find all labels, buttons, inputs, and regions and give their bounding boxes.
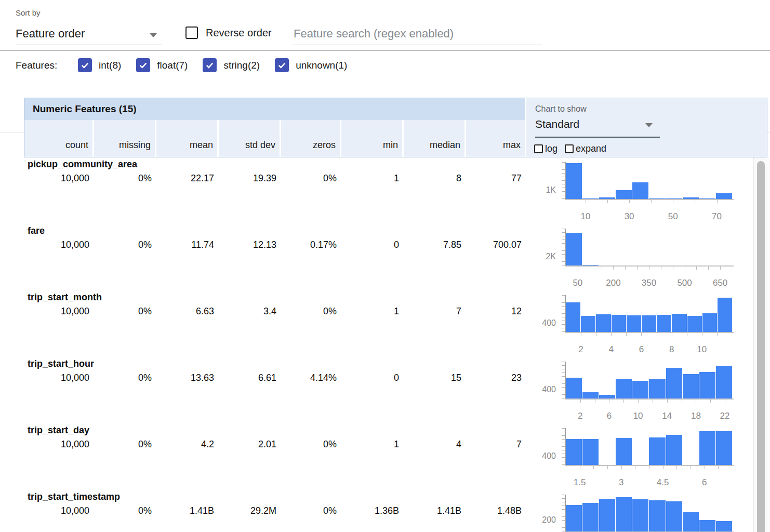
column-header-count: count (24, 120, 94, 157)
stats-line: 10,0000%6.633.40%1712 (24, 306, 526, 317)
feature-histogram: 400246810 (526, 290, 767, 357)
chart-type-value: Standard (535, 118, 579, 130)
histogram-bar (699, 431, 716, 465)
filter-label-unknown: unknown(1) (296, 60, 347, 71)
histogram-bars (566, 428, 732, 465)
feature-row-trip_start_month: trip_start_month 10,0000%6.633.40%1712 4… (24, 290, 767, 357)
x-axis-tick (590, 267, 590, 270)
reverse-order-checkbox[interactable] (185, 26, 198, 39)
histogram-bar (566, 378, 582, 398)
histogram-bar (581, 316, 596, 332)
x-axis-tick (717, 333, 718, 336)
stats-line: 10,0000%22.1719.390%1877 (24, 173, 526, 184)
x-axis-tick-label: 3 (619, 477, 623, 488)
feature-row-trip_start_hour: trip_start_hour 10,0000%13.636.614.14%01… (24, 357, 767, 423)
histogram-bar (596, 314, 611, 332)
column-header-mean: mean (156, 120, 219, 157)
histogram-bar (627, 315, 642, 332)
x-axis-tick-label: 70 (712, 211, 722, 222)
chart-type-dropdown[interactable]: Standard (535, 116, 660, 138)
stat-max: 77 (466, 173, 526, 184)
histogram-bar (632, 381, 649, 398)
expand-label: expand (576, 143, 606, 154)
filter-label-string: string(2) (223, 60, 260, 71)
sort-by-value: Feature order (16, 27, 85, 41)
filter-checkbox-float[interactable] (136, 58, 150, 72)
x-axis-tick (676, 466, 677, 469)
x-axis-tick (725, 400, 725, 403)
x-axis-tick-label: 50 (668, 211, 678, 222)
stats-line: 10,0000%4.22.010%147 (24, 439, 526, 450)
stat-std-dev: 2.01 (218, 439, 281, 450)
feature-histogram: 4002610141822 (526, 357, 767, 423)
stat-count: 10,000 (24, 506, 94, 516)
x-axis-tick-label: 200 (606, 278, 620, 288)
x-axis-tick-label: 22 (720, 411, 730, 421)
x-axis-tick-label: 50 (573, 278, 582, 288)
histogram-bar (642, 315, 657, 332)
histogram-bar (582, 392, 599, 398)
x-axis-tick (673, 200, 673, 203)
stat-missing: 0% (94, 240, 156, 250)
histogram-bar (716, 193, 732, 199)
filter-checkbox-unknown[interactable] (275, 58, 289, 72)
column-header-min: min (341, 120, 404, 157)
stat-median: 8 (403, 173, 466, 184)
histogram-bar (582, 439, 599, 465)
histogram-bar (582, 503, 599, 531)
x-axis-tick-label: 6 (702, 477, 707, 488)
histogram-bar (716, 366, 732, 398)
histogram-bar (632, 499, 649, 531)
chart-to-show-label: Chart to show (535, 104, 587, 114)
x-axis-tick-label: 650 (713, 278, 727, 288)
x-axis-tick (580, 400, 581, 403)
stat-zeros: 0% (281, 506, 341, 516)
stat-mean: 22.17 (156, 173, 218, 184)
chart-controls: Chart to show Standard log expand (528, 98, 767, 157)
filter-checkbox-int[interactable] (78, 58, 92, 72)
feature-row-trip_start_timestamp: trip_start_timestamp 10,0000%1.41B29.2M0… (24, 490, 767, 532)
histogram-bar (699, 520, 716, 531)
log-label: log (545, 143, 557, 154)
stat-median: 7.85 (403, 240, 466, 250)
feature-search-input[interactable] (293, 23, 542, 45)
column-header-row: countmissingmeanstd devzerosminmedianmax (24, 120, 526, 157)
feature-name: fare (28, 225, 45, 236)
histogram-bar (649, 500, 666, 531)
histogram-bar (612, 315, 627, 332)
x-axis-tick-label: 10 (633, 411, 643, 421)
x-axis-tick (673, 267, 673, 270)
feature-type-filters: int(8)float(7)string(2)unknown(1) (78, 58, 347, 72)
stat-median: 7 (403, 306, 466, 317)
vertical-scrollbar[interactable] (753, 157, 770, 532)
stat-mean: 13.63 (156, 373, 218, 383)
x-axis-tick (596, 333, 596, 336)
stat-count: 10,000 (24, 306, 94, 317)
expand-checkbox[interactable] (565, 144, 574, 153)
x-axis-tick-label: 4.5 (657, 477, 669, 488)
stat-mean: 11.74 (156, 240, 218, 250)
log-checkbox[interactable] (534, 144, 543, 153)
stat-zeros: 4.14% (281, 373, 341, 383)
filter-checkbox-string[interactable] (203, 58, 217, 72)
sort-by-dropdown[interactable]: Feature order (16, 24, 162, 45)
column-header-median: median (404, 120, 466, 157)
x-axis-tick-label: 10 (697, 344, 707, 355)
filter-item-string: string(2) (203, 58, 260, 72)
histogram-bars (566, 229, 732, 265)
x-axis-tick (595, 400, 595, 403)
histogram-bar (716, 521, 732, 531)
panel-title: Numeric Features (15) (24, 98, 526, 120)
histogram-bar (718, 298, 732, 332)
feature-name: pickup_community_area (28, 159, 137, 170)
x-axis-tick-label: 500 (677, 278, 692, 288)
histogram-bar (702, 313, 718, 332)
feature-filter-bar: Features: int(8)float(7)string(2)unknown… (0, 51, 770, 81)
scrollbar-thumb[interactable] (757, 161, 765, 532)
x-axis-tick (685, 267, 685, 270)
stats-line: 10,0000%1.41B29.2M0%1.36B1.41B1.48B (24, 506, 526, 516)
stat-zeros: 0% (281, 173, 341, 184)
histogram-bar (566, 505, 582, 531)
stat-zeros: 0% (281, 306, 341, 317)
sort-toolbar: Sort by Feature order Reverse order (0, 0, 770, 50)
